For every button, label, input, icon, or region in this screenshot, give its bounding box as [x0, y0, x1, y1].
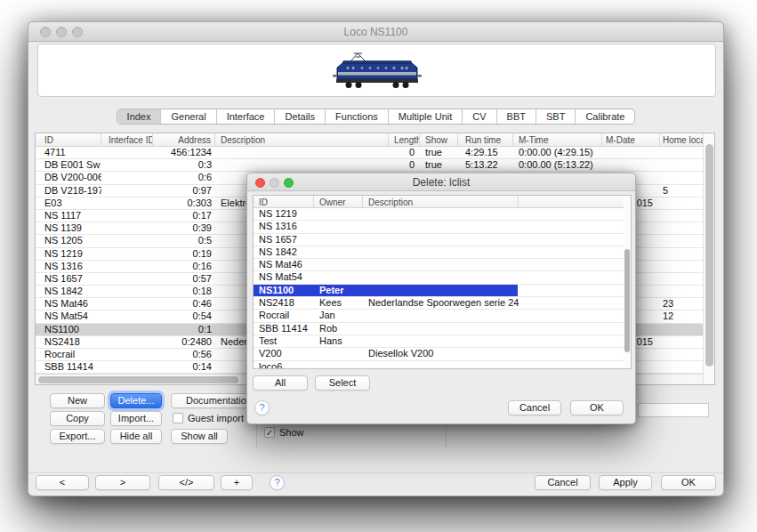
- dialog-list-item[interactable]: TestHans: [254, 335, 624, 348]
- column-header-run-time[interactable]: Run time: [458, 133, 513, 146]
- cell: Kees: [314, 297, 363, 309]
- dialog-ok-button[interactable]: OK: [570, 400, 624, 415]
- code-button[interactable]: </>: [158, 475, 214, 490]
- tab-cv[interactable]: CV: [462, 109, 495, 124]
- new-button[interactable]: New: [50, 393, 105, 408]
- cell: [363, 335, 519, 347]
- tab-bbt[interactable]: BBT: [496, 109, 536, 124]
- main-titlebar[interactable]: Loco NS1100: [28, 22, 723, 42]
- dialog-list-item[interactable]: loco6: [254, 361, 624, 369]
- tab-interface[interactable]: Interface: [216, 109, 275, 124]
- tab-sbt[interactable]: SBT: [536, 109, 575, 124]
- copy-button[interactable]: Copy: [50, 411, 105, 426]
- cell: Nederlandse Spoorwegen serie 2400: [363, 297, 519, 309]
- table-row[interactable]: DB E001 Sw0:30true5:13.220:00.00 (5:13.2…: [36, 159, 703, 172]
- tab-general[interactable]: General: [160, 109, 215, 124]
- column-header-id[interactable]: ID: [36, 133, 101, 146]
- cell: 0:54: [153, 310, 215, 322]
- cell: loco6: [254, 361, 314, 369]
- cell: [602, 147, 660, 158]
- cell: [314, 208, 363, 220]
- table-row[interactable]: 4711456:12340true4:29.150:00.00 (4:29.15…: [36, 147, 703, 159]
- column-header-address[interactable]: Address: [153, 133, 215, 146]
- export-button[interactable]: Export...: [50, 429, 105, 444]
- show-checkbox[interactable]: ✓: [264, 427, 275, 438]
- column-header-show[interactable]: Show: [420, 133, 458, 146]
- cell: 0:00.00 (5:13.22): [513, 159, 602, 171]
- show-checkbox-label: Show: [279, 427, 304, 438]
- show-all-button[interactable]: Show all: [171, 429, 228, 444]
- ok-button[interactable]: OK: [661, 475, 716, 490]
- import-button[interactable]: Import...: [110, 411, 162, 426]
- vertical-scrollbar-thumb[interactable]: [705, 144, 713, 367]
- tab-functions[interactable]: Functions: [325, 109, 388, 124]
- dialog-list-body: NS 1219NS 1316NS 1657NS 1842NS Mat46NS M…: [254, 208, 624, 368]
- cell: Diesellok V200: [363, 348, 519, 359]
- cell: [660, 222, 705, 234]
- cell: [363, 246, 519, 258]
- cell: [101, 310, 153, 322]
- dialog-list-item[interactable]: NS 1219: [254, 208, 624, 221]
- vertical-scrollbar[interactable]: [703, 133, 714, 384]
- loco-image-panel: [37, 44, 716, 97]
- cancel-button[interactable]: Cancel: [535, 475, 591, 490]
- next-button[interactable]: >: [95, 475, 150, 490]
- column-header-description[interactable]: Description: [215, 133, 389, 146]
- column-header-length[interactable]: Length: [389, 133, 420, 146]
- screen: Loco NS1100: [0, 0, 757, 532]
- cell: [660, 147, 705, 158]
- dialog-list-item[interactable]: NS2418KeesNederlandse Spoorwegen serie 2…: [254, 297, 624, 310]
- dialog-list-item[interactable]: NS1100Peter: [254, 285, 624, 297]
- cell: Rocrail: [36, 349, 101, 360]
- prev-button[interactable]: <: [36, 475, 89, 490]
- dialog-column-header-id[interactable]: ID: [254, 196, 314, 207]
- cell: [519, 348, 625, 359]
- cell: [314, 234, 363, 246]
- guest-import-checkbox[interactable]: [173, 413, 183, 423]
- tab-index[interactable]: Index: [117, 109, 161, 124]
- dialog-list-item[interactable]: NS 1316: [254, 221, 624, 233]
- delete-button[interactable]: Delete...: [110, 393, 162, 408]
- dialog-help-button[interactable]: ?: [254, 400, 270, 415]
- cell: [660, 235, 705, 246]
- help-button[interactable]: ?: [270, 475, 285, 490]
- column-header-interface-id[interactable]: Interface ID: [101, 133, 153, 146]
- add-button[interactable]: +: [221, 475, 253, 490]
- dialog-list-item[interactable]: NS Mat54: [254, 271, 624, 284]
- dialog-list-item[interactable]: RocrailJan: [254, 310, 624, 322]
- tab-details[interactable]: Details: [274, 109, 325, 124]
- hide-all-button[interactable]: Hide all: [110, 429, 162, 444]
- cell: NS 1219: [254, 208, 314, 220]
- dialog-list-item[interactable]: SBB 11414Rob: [254, 323, 624, 335]
- horizontal-scrollbar-thumb[interactable]: [38, 376, 238, 383]
- cell: [519, 271, 625, 283]
- cell: [660, 210, 705, 222]
- tab-calibrate[interactable]: Calibrate: [575, 109, 634, 124]
- dialog-column-header-owner[interactable]: Owner: [314, 196, 363, 207]
- dialog-list-item[interactable]: NS Mat46: [254, 259, 624, 271]
- cell: [363, 221, 519, 232]
- all-button[interactable]: All: [253, 375, 308, 391]
- delete-dialog: Delete: lclist IDOwnerDescription NS 121…: [246, 173, 636, 424]
- select-button[interactable]: Select: [315, 375, 370, 391]
- cell: NS 1657: [254, 234, 314, 246]
- cell: [101, 349, 153, 360]
- cell: [363, 259, 519, 270]
- dialog-cancel-button[interactable]: Cancel: [508, 400, 561, 415]
- cell: [660, 248, 705, 260]
- column-header-m-time[interactable]: M-Time: [513, 133, 602, 146]
- column-header-m-date[interactable]: M-Date: [602, 133, 660, 146]
- dialog-titlebar[interactable]: Delete: lclist: [247, 173, 635, 191]
- cell: 0:57: [153, 273, 215, 285]
- cell: [363, 271, 519, 283]
- column-header-home-locati[interactable]: Home locati: [660, 133, 705, 146]
- tab-multiple-unit[interactable]: Multiple Unit: [388, 109, 463, 124]
- dialog-list-item[interactable]: V200Diesellok V200: [254, 348, 624, 360]
- dialog-list-item[interactable]: NS 1842: [254, 246, 624, 259]
- side-text-field[interactable]: [638, 403, 709, 417]
- dialog-column-header-blank[interactable]: [519, 196, 625, 207]
- cell: [519, 335, 625, 347]
- apply-button[interactable]: Apply: [599, 475, 652, 490]
- dialog-column-header-description[interactable]: Description: [363, 196, 519, 207]
- dialog-list-item[interactable]: NS 1657: [254, 234, 624, 246]
